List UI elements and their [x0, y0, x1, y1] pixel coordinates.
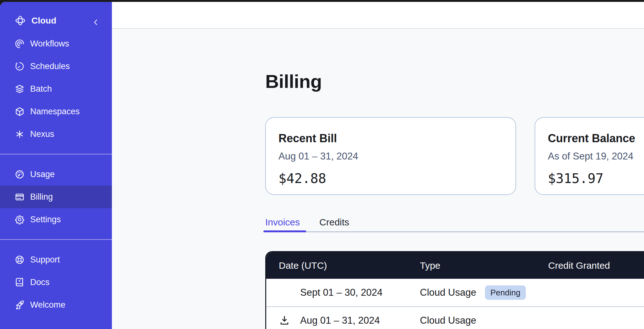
card-amount: $42.88: [278, 170, 503, 187]
card-amount: $315.97: [548, 170, 644, 187]
sidebar-item-schedules[interactable]: Schedules: [0, 55, 112, 78]
summary-cards: Recent Bill Aug 01 – 31, 2024 $42.88 Cur…: [265, 117, 644, 195]
sidebar-item-docs[interactable]: Docs: [0, 271, 112, 294]
billing-tabs: Invoices Credits: [265, 217, 644, 232]
app-window: Cloud Workflows: [0, 2, 644, 329]
tab-label: Credits: [319, 217, 349, 227]
sidebar-item-label: Usage: [30, 170, 55, 179]
schedules-icon: [14, 61, 25, 72]
invoice-date-cell: Sept 01 – 30, 2024: [266, 287, 420, 298]
card-date-range: Aug 01 – 31, 2024: [278, 150, 503, 163]
billing-content: Billing Recent Bill Aug 01 – 31, 2024 $4…: [112, 29, 644, 329]
current-balance-card: Current Balance As of Sept 19, 2024 $315…: [535, 117, 644, 195]
tab-invoices[interactable]: Invoices: [265, 217, 300, 232]
nexus-icon: [14, 129, 25, 139]
sidebar-divider: [0, 239, 112, 240]
download-invoice-button[interactable]: [279, 315, 300, 326]
billing-icon: [14, 192, 25, 202]
sidebar-item-label: Docs: [30, 278, 50, 287]
brand-label: Cloud: [31, 16, 56, 26]
invoices-table: Date (UTC) Type Credit Granted Sept 01 –…: [265, 251, 644, 329]
sidebar-item-workflows[interactable]: Workflows: [0, 32, 112, 55]
invoice-row: Aug 01 – 31, 2024 Cloud Usage: [266, 306, 644, 329]
invoice-type: Cloud Usage: [420, 315, 476, 326]
tab-credits[interactable]: Credits: [319, 217, 349, 232]
usage-icon: [14, 169, 25, 180]
sidebar-item-billing[interactable]: Billing: [0, 186, 112, 208]
sidebar-item-label: Batch: [30, 84, 52, 94]
tab-label: Invoices: [265, 217, 300, 227]
active-tab-underline: [263, 230, 306, 232]
docs-icon: [14, 277, 25, 288]
sidebar-item-label: Workflows: [30, 39, 69, 49]
table-header: Date (UTC) Type Credit Granted: [266, 252, 644, 279]
tabs-divider: [265, 231, 644, 232]
invoice-date: Sept 01 – 30, 2024: [300, 287, 383, 298]
sidebar-item-label: Nexus: [30, 129, 54, 139]
sidebar-item-label: Namespaces: [30, 107, 80, 116]
support-icon: [14, 255, 25, 265]
sidebar-item-nexus[interactable]: Nexus: [0, 123, 112, 145]
topbar: [112, 2, 644, 29]
namespaces-icon: [14, 106, 25, 117]
card-date: As of Sept 19, 2024: [548, 150, 644, 163]
sidebar-item-welcome[interactable]: Welcome: [0, 294, 112, 316]
card-title: Current Balance: [548, 131, 644, 146]
sidebar-item-label: Billing: [30, 192, 53, 202]
sidebar-divider: [0, 154, 112, 154]
temporal-cloud-logo-icon: [14, 15, 26, 26]
column-header-date: Date (UTC): [266, 260, 420, 271]
invoice-type: Cloud Usage: [420, 287, 476, 298]
sidebar-item-label: Settings: [30, 215, 61, 224]
sidebar: Cloud Workflows: [0, 2, 112, 329]
download-icon: [279, 315, 290, 326]
page-title: Billing: [265, 71, 644, 92]
sidebar-item-support[interactable]: Support: [0, 248, 112, 271]
workflows-icon: [14, 39, 25, 49]
column-header-credit-granted: Credit Granted: [548, 260, 644, 271]
invoice-type-cell: Cloud Usage: [420, 315, 548, 326]
invoice-type-cell: Cloud Usage Pending: [420, 285, 548, 300]
main-area: Billing Recent Bill Aug 01 – 31, 2024 $4…: [112, 2, 644, 329]
sidebar-item-batch[interactable]: Batch: [0, 78, 112, 100]
recent-bill-card: Recent Bill Aug 01 – 31, 2024 $42.88: [265, 117, 516, 195]
batch-icon: [14, 84, 25, 94]
sidebar-item-label: Welcome: [30, 300, 65, 310]
invoice-date-cell: Aug 01 – 31, 2024: [266, 315, 420, 326]
sidebar-item-usage[interactable]: Usage: [0, 163, 112, 186]
welcome-icon: [14, 300, 25, 310]
sidebar-item-label: Support: [30, 255, 60, 265]
invoice-row: Sept 01 – 30, 2024 Cloud Usage Pending: [266, 279, 644, 306]
chevron-left-icon: [92, 18, 100, 27]
status-badge: Pending: [485, 285, 526, 300]
sidebar-collapse-button[interactable]: [91, 17, 101, 28]
sidebar-item-settings[interactable]: Settings: [0, 208, 112, 231]
column-header-type: Type: [420, 260, 548, 271]
invoice-date: Aug 01 – 31, 2024: [300, 315, 380, 326]
settings-icon: [14, 214, 25, 225]
sidebar-item-namespaces[interactable]: Namespaces: [0, 100, 112, 123]
sidebar-item-label: Schedules: [30, 62, 70, 71]
card-title: Recent Bill: [278, 131, 503, 146]
